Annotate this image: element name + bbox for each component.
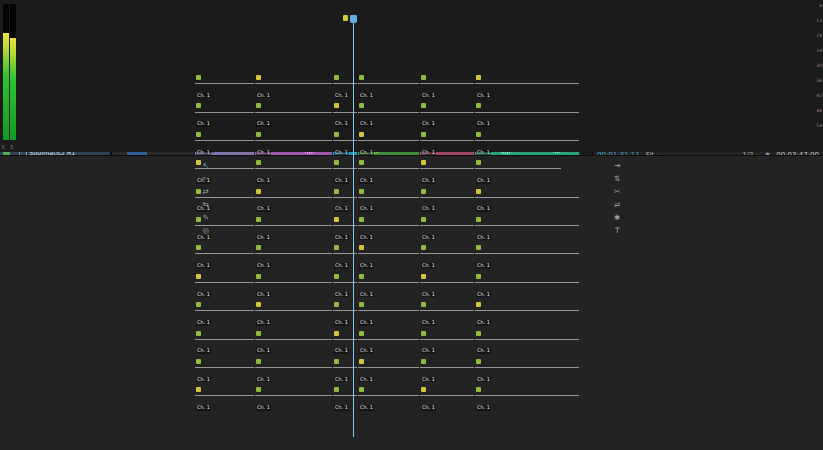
meter-bar-right xyxy=(10,4,16,140)
channel-label: Ch. 1 xyxy=(256,292,271,298)
volume-rubber-band[interactable] xyxy=(420,83,474,84)
volume-rubber-band[interactable] xyxy=(195,367,254,368)
volume-rubber-band[interactable] xyxy=(475,225,579,226)
volume-rubber-band[interactable] xyxy=(475,395,579,396)
volume-rubber-band[interactable] xyxy=(420,253,474,254)
rolling-edit-tool[interactable]: ⇅ xyxy=(612,174,623,183)
channel-label: Ch. 1 xyxy=(476,405,491,411)
volume-rubber-band[interactable] xyxy=(255,197,332,198)
volume-rubber-band[interactable] xyxy=(195,83,254,84)
volume-rubber-band[interactable] xyxy=(255,282,332,283)
volume-rubber-band[interactable] xyxy=(475,168,561,169)
fx-badge xyxy=(196,75,201,80)
fx-badge xyxy=(476,245,481,250)
volume-rubber-band[interactable] xyxy=(358,282,419,283)
volume-rubber-band[interactable] xyxy=(195,282,254,283)
channel-label: Ch. 1 xyxy=(334,348,349,354)
channel-label: Ch. 1 xyxy=(359,178,374,184)
fx-badge xyxy=(421,160,426,165)
volume-rubber-band[interactable] xyxy=(255,367,332,368)
type-tool[interactable]: T xyxy=(612,226,623,235)
volume-rubber-band[interactable] xyxy=(420,168,474,169)
volume-rubber-band[interactable] xyxy=(195,112,254,113)
volume-rubber-band[interactable] xyxy=(255,225,332,226)
volume-rubber-band[interactable] xyxy=(195,310,254,311)
volume-rubber-band[interactable] xyxy=(475,197,579,198)
volume-rubber-band[interactable] xyxy=(195,140,254,141)
volume-rubber-band[interactable] xyxy=(475,253,579,254)
volume-rubber-band[interactable] xyxy=(358,339,419,340)
volume-rubber-band[interactable] xyxy=(358,225,419,226)
fx-badge xyxy=(256,103,261,108)
volume-rubber-band[interactable] xyxy=(475,282,579,283)
volume-rubber-band[interactable] xyxy=(420,282,474,283)
volume-rubber-band[interactable] xyxy=(475,140,579,141)
volume-rubber-band[interactable] xyxy=(255,168,332,169)
rate-stretch-tool[interactable]: ⇄ xyxy=(200,187,211,196)
volume-rubber-band[interactable] xyxy=(255,112,332,113)
volume-rubber-band[interactable] xyxy=(420,225,474,226)
volume-rubber-band[interactable] xyxy=(475,83,579,84)
playhead-line[interactable] xyxy=(353,17,354,437)
fx-badge xyxy=(421,189,426,194)
volume-rubber-band[interactable] xyxy=(420,367,474,368)
slide-tool[interactable]: ⇌ xyxy=(612,200,623,209)
volume-rubber-band[interactable] xyxy=(255,253,332,254)
fx-badge xyxy=(196,132,201,137)
volume-rubber-band[interactable] xyxy=(195,197,254,198)
volume-rubber-band[interactable] xyxy=(358,197,419,198)
channel-label: Ch. 1 xyxy=(196,178,211,184)
fx-badge xyxy=(421,132,426,137)
volume-rubber-band[interactable] xyxy=(358,168,419,169)
volume-rubber-band[interactable] xyxy=(420,310,474,311)
volume-rubber-band[interactable] xyxy=(420,339,474,340)
volume-rubber-band[interactable] xyxy=(195,225,254,226)
channel-label: Ch. 1 xyxy=(421,292,436,298)
volume-rubber-band[interactable] xyxy=(420,197,474,198)
meter-scale-label: 12 xyxy=(816,19,822,23)
volume-rubber-band[interactable] xyxy=(475,367,579,368)
channel-label: Ch. 1 xyxy=(196,121,211,127)
fx-badge xyxy=(421,103,426,108)
sequence-marker[interactable] xyxy=(343,15,348,21)
volume-rubber-band[interactable] xyxy=(420,140,474,141)
volume-rubber-band[interactable] xyxy=(255,310,332,311)
volume-rubber-band[interactable] xyxy=(255,83,332,84)
volume-rubber-band[interactable] xyxy=(255,395,332,396)
volume-rubber-band[interactable] xyxy=(358,310,419,311)
fx-badge xyxy=(359,160,364,165)
channel-label: Ch. 1 xyxy=(334,206,349,212)
pen-tool[interactable]: ✎ xyxy=(200,213,211,222)
volume-rubber-band[interactable] xyxy=(475,339,579,340)
hand-tool[interactable]: ✱ xyxy=(612,213,623,222)
volume-rubber-band[interactable] xyxy=(358,395,419,396)
volume-rubber-band[interactable] xyxy=(358,112,419,113)
fx-badge xyxy=(359,189,364,194)
track-select-forward-tool[interactable]: ⇥ xyxy=(612,161,623,170)
volume-rubber-band[interactable] xyxy=(358,83,419,84)
fx-badge xyxy=(334,331,339,336)
volume-rubber-band[interactable] xyxy=(475,112,579,113)
volume-rubber-band[interactable] xyxy=(195,168,254,169)
fx-badge xyxy=(421,387,426,392)
volume-rubber-band[interactable] xyxy=(475,310,579,311)
channel-label: Ch. 1 xyxy=(421,377,436,383)
volume-rubber-band[interactable] xyxy=(358,140,419,141)
fx-badge xyxy=(196,189,201,194)
volume-rubber-band[interactable] xyxy=(420,112,474,113)
volume-rubber-band[interactable] xyxy=(358,367,419,368)
volume-rubber-band[interactable] xyxy=(255,140,332,141)
fx-badge xyxy=(421,245,426,250)
volume-rubber-band[interactable] xyxy=(195,395,254,396)
volume-rubber-band[interactable] xyxy=(358,253,419,254)
razor-tool[interactable]: ✂ xyxy=(612,187,623,196)
meter-scale-label: 54 xyxy=(816,124,822,128)
fx-badge xyxy=(359,245,364,250)
volume-rubber-band[interactable] xyxy=(195,253,254,254)
playhead-handle[interactable] xyxy=(350,15,357,23)
volume-rubber-band[interactable] xyxy=(195,339,254,340)
volume-rubber-band[interactable] xyxy=(255,339,332,340)
volume-rubber-band[interactable] xyxy=(420,395,474,396)
channel-label: Ch. 1 xyxy=(196,405,211,411)
channel-label: Ch. 1 xyxy=(334,150,349,156)
